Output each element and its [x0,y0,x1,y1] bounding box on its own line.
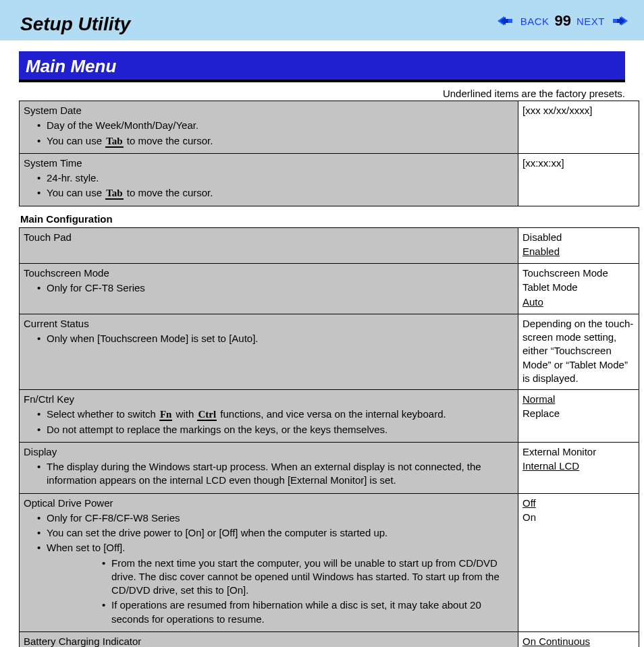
page-nav: BACK 99 NEXT [498,12,628,30]
sub-bullet: From the next time you start the compute… [111,557,514,598]
text: Select whether to switch [47,408,159,420]
svg-marker-3 [617,17,625,25]
section-title: Main Menu [19,51,625,82]
option-default: Off [522,497,635,510]
cell-desc: System Time 24-hr. style. You can use Ta… [20,153,518,206]
bullet: Day of the Week/Month/Day/Year. [47,119,514,132]
text: with [173,408,196,420]
back-arrow-icon[interactable] [498,15,516,27]
option: Tablet Mode [522,281,635,294]
table-row: Fn/Ctrl Key Select whether to switch Fn … [20,390,639,443]
text: to move the cursor. [124,187,213,198]
cell-desc: Display The display during the Windows s… [20,442,518,493]
key-fn: Fn [159,410,173,421]
option-default: Auto [522,296,635,309]
cell-value: [xx:xx:xx] [518,153,639,206]
table-row: Touchscreen Mode Only for CF-T8 Series T… [20,264,639,314]
item-title: Battery Charging Indicator [24,635,514,647]
next-link[interactable]: NEXT [576,16,605,27]
bullet: You can use Tab to move the cursor. [47,186,514,200]
cell-desc: Touch Pad [20,227,518,264]
text: You can use [47,135,105,146]
bullet: You can use Tab to move the cursor. [47,134,514,148]
cell-value: Disabled Enabled [518,227,639,264]
bullet: When set to [Off]. [47,541,514,555]
item-title: Touchscreen Mode [24,266,514,280]
cell-value: Normal Replace [518,390,639,443]
item-title: Display [24,445,514,459]
page-number: 99 [554,12,572,30]
option-default: Enabled [522,245,635,258]
option: External Monitor [522,445,635,459]
option: Disabled [522,231,635,244]
table-row: Current Status Only when [Touchscreen Mo… [20,314,639,389]
cell-desc: Battery Charging Indicator [20,631,518,647]
text: to move the cursor. [124,135,213,146]
sub-bullet: If operations are resumed from hibernati… [111,598,514,626]
key-tab: Tab [105,136,123,148]
cell-desc: Current Status Only when [Touchscreen Mo… [20,314,518,389]
next-arrow-icon[interactable] [609,15,628,27]
bullet: Select whether to switch Fn with Ctrl fu… [47,407,514,421]
bullet: 24-hr. style. [47,171,514,185]
cell-value: [xxx xx/xx/xxxx] [518,101,639,154]
table-row: Optical Drive Power Only for CF-F8/CF-W8… [20,493,639,631]
page-title: Setup Utility [20,13,130,35]
option-default: Internal LCD [522,459,635,473]
main-config-table: Touch Pad Disabled Enabled Touchscreen M… [19,227,639,648]
item-title: Current Status [24,317,514,331]
table-row: Display The display during the Windows s… [20,442,639,493]
option-default: Normal [522,393,635,406]
content-area: Main Menu Underlined items are the facto… [0,40,644,647]
bullet: You can set the drive power to [On] or [… [47,526,514,540]
header-bar: Setup Utility BACK 99 NEXT [0,0,644,40]
text: functions, and vice versa on the interna… [217,408,446,420]
back-link[interactable]: BACK [520,16,549,27]
option: Replace [522,407,635,420]
cell-value: Depending on the touch­screen mode setti… [518,314,639,389]
bullet: Do not attempt to replace the markings o… [47,423,514,437]
cell-value: Touchscreen Mode Tablet Mode Auto [518,264,639,314]
svg-marker-1 [500,17,508,25]
item-title: System Date [24,104,514,117]
option-default: On Continuous [522,635,635,647]
cell-desc: Touchscreen Mode Only for CF-T8 Series [20,264,518,314]
cell-desc: Fn/Ctrl Key Select whether to switch Fn … [20,390,518,443]
option: On [522,511,635,524]
main-config-heading: Main Configuration [20,213,625,225]
item-title: Optical Drive Power [24,497,514,510]
item-title: Touch Pad [24,231,514,244]
key-ctrl: Ctrl [197,410,217,421]
item-title: Fn/Ctrl Key [24,393,514,406]
table-row: System Time 24-hr. style. You can use Ta… [20,153,639,206]
table-row: Touch Pad Disabled Enabled [20,227,639,264]
table-row: System Date Day of the Week/Month/Day/Ye… [20,101,639,154]
cell-value: Off On [518,493,639,631]
cell-value: On Continuous Flashing [518,631,639,647]
option: Touchscreen Mode [522,266,635,280]
bullet: Only when [Touchscreen Mode] is set to [… [47,332,514,345]
cell-desc: System Date Day of the Week/Month/Day/Ye… [20,101,518,154]
top-config-table: System Date Day of the Week/Month/Day/Ye… [19,101,639,206]
key-tab: Tab [105,188,123,200]
item-title: System Time [24,157,514,170]
cell-desc: Optical Drive Power Only for CF-F8/CF-W8… [20,493,518,631]
cell-value: External Monitor Internal LCD [518,442,639,493]
bullet: The display during the Windows start-up … [47,460,514,488]
preset-note: Underlined items are the factory presets… [19,88,625,99]
text: You can use [47,187,105,198]
bullet: Only for CF-T8 Series [47,281,514,295]
bullet: Only for CF-F8/CF-W8 Series [47,511,514,525]
table-row: Battery Charging Indicator On Continuous… [20,631,639,647]
